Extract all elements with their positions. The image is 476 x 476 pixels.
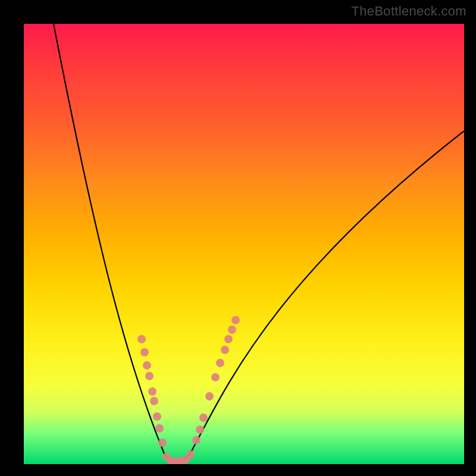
plot-area [24, 24, 464, 464]
data-point-right [211, 373, 220, 381]
data-point-right [228, 325, 236, 334]
data-point-left [140, 348, 149, 356]
data-point-right [205, 392, 214, 400]
data-point-right [224, 335, 233, 343]
data-point-left [153, 412, 161, 421]
watermark-text: TheBottleneck.com [352, 4, 466, 19]
data-point-right [199, 414, 208, 422]
data-point-right [192, 436, 201, 444]
curve-layer [24, 24, 464, 464]
data-point-left [148, 387, 156, 396]
data-point-right [231, 316, 240, 324]
chart-frame: TheBottleneck.com [0, 0, 476, 476]
data-point-left [137, 335, 146, 343]
right-curve [176, 131, 464, 461]
data-point-right [216, 359, 224, 367]
data-point-left [150, 397, 158, 405]
left-curve [54, 24, 176, 461]
data-point-left [155, 424, 164, 433]
data-point-left [158, 439, 167, 447]
data-point-right [221, 346, 229, 354]
data-point-right [196, 425, 204, 434]
data-point-left [145, 372, 154, 380]
data-point-trough [186, 450, 195, 459]
data-point-left [143, 361, 151, 369]
